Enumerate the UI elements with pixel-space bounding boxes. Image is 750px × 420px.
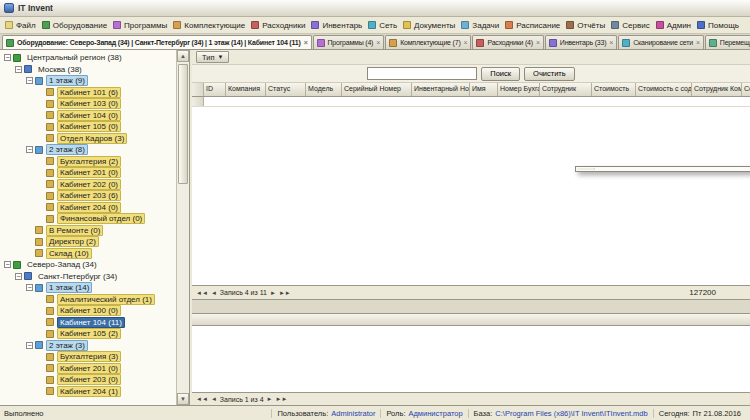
tree-item[interactable]: Кабинет 101 (6) (2, 87, 176, 99)
collapse-icon[interactable]: − (26, 342, 33, 349)
clear-button[interactable]: Очистить (524, 67, 575, 81)
tab-components[interactable]: Комплектующие (7)× (385, 35, 471, 49)
collapse-icon[interactable]: − (26, 146, 33, 153)
tree-item[interactable]: Кабинет 203 (0) (2, 374, 176, 386)
prev-record-icon[interactable]: ◄ (211, 290, 217, 296)
column-header[interactable]: Компания (226, 83, 266, 96)
collapse-icon[interactable]: − (26, 77, 33, 84)
column-header[interactable]: Стоимость с содержанием (636, 83, 692, 96)
menu-item-tasks[interactable]: Задачи (458, 20, 502, 31)
next-record-icon[interactable]: ► (267, 396, 273, 402)
column-header[interactable]: Стоимость (592, 83, 636, 96)
column-header[interactable]: Серийный Номер (342, 83, 412, 96)
tree-item[interactable]: −Москва (38) (2, 64, 176, 76)
components-icon (173, 21, 181, 29)
column-header[interactable]: Инвентарный Номер (412, 83, 470, 96)
tree-item[interactable]: Аналитический отдел (1) (2, 294, 176, 306)
menu-item-admin[interactable]: Админ (653, 20, 694, 31)
collapse-icon[interactable]: − (15, 273, 22, 280)
tree-item[interactable]: Кабинет 104 (11) (2, 317, 176, 329)
scroll-down-icon[interactable]: ▼ (177, 393, 189, 405)
tree-item[interactable]: Кабинет 204 (0) (2, 202, 176, 214)
tab-inventory[interactable]: Инвентарь (33)× (545, 35, 617, 49)
tree-item-label: 1 этаж (9) (46, 75, 88, 86)
column-header[interactable]: Имя (470, 83, 498, 96)
tab-scan[interactable]: Сканирование сети× (618, 35, 704, 49)
tree-item[interactable]: Кабинет 103 (0) (2, 98, 176, 110)
close-icon[interactable]: × (696, 40, 700, 46)
first-record-icon[interactable]: ◄◄ (196, 396, 208, 402)
close-icon[interactable]: × (609, 40, 613, 46)
tree-item[interactable]: −Северо-Запад (34) (2, 259, 176, 271)
tree-item[interactable]: Кабинет 201 (0) (2, 167, 176, 179)
menu-item-components[interactable]: Комплектующие (170, 20, 248, 31)
last-record-icon[interactable]: ►► (279, 290, 291, 296)
column-header[interactable]: Модель (306, 83, 342, 96)
close-icon[interactable]: × (464, 40, 468, 46)
tree-item[interactable]: Кабинет 201 (0) (2, 363, 176, 375)
tree-item[interactable]: Кабинет 105 (0) (2, 121, 176, 133)
column-header[interactable]: Сотрудник (540, 83, 592, 96)
collapse-icon[interactable]: − (15, 66, 22, 73)
tree-item[interactable]: −Санкт-Петербург (34) (2, 271, 176, 283)
room-icon (46, 353, 54, 361)
tree-item[interactable]: Кабинет 100 (0) (2, 305, 176, 317)
collapse-icon[interactable]: − (4, 54, 11, 61)
tab-programs[interactable]: Программы (4)× (313, 35, 385, 49)
tree-item[interactable]: Склад (10) (2, 248, 176, 260)
search-button[interactable]: Поиск (481, 67, 520, 81)
first-record-icon[interactable]: ◄◄ (196, 290, 208, 296)
close-icon[interactable]: × (304, 40, 308, 46)
tree-item[interactable]: −2 этаж (3) (2, 340, 176, 352)
menu-item-documents[interactable]: Документы (400, 20, 458, 31)
tree-item[interactable]: Директор (2) (2, 236, 176, 248)
tree-item[interactable]: Кабинет 203 (6) (2, 190, 176, 202)
menu-item-network[interactable]: Сеть (365, 20, 400, 31)
group-by-field[interactable]: Тип ▼ (196, 51, 229, 63)
column-header[interactable]: ID (204, 83, 226, 96)
tree-item[interactable]: Кабинет 204 (1) (2, 386, 176, 398)
menu-item-reports[interactable]: Отчёты (563, 20, 608, 31)
prev-record-icon[interactable]: ◄ (211, 396, 217, 402)
column-header[interactable]: Статус (266, 83, 306, 96)
tree-item[interactable]: −1 этаж (9) (2, 75, 176, 87)
menu-item-file[interactable]: Файл (2, 20, 39, 31)
tree-item[interactable]: Кабинет 104 (0) (2, 110, 176, 122)
last-record-icon[interactable]: ►► (276, 396, 288, 402)
column-header[interactable]: Номер Бухгалтерии (498, 83, 540, 96)
close-icon[interactable]: × (376, 40, 380, 46)
tab-equipment[interactable]: Оборудование: Северо-Запад (34) | Санкт-… (2, 35, 312, 49)
tree-item[interactable]: −2 этаж (8) (2, 144, 176, 156)
close-icon[interactable]: × (536, 40, 540, 46)
tree-item[interactable]: Кабинет 105 (2) (2, 328, 176, 340)
tree-item[interactable]: В Ремонте (0) (2, 225, 176, 237)
tree-scrollbar[interactable]: ▲ ▼ (176, 50, 189, 405)
menu-item-service[interactable]: Сервис (608, 20, 652, 31)
menu-item-programs[interactable]: Программы (110, 20, 170, 31)
column-header[interactable]: Сотрудник Компания (692, 83, 742, 96)
admin-icon (656, 21, 664, 29)
tab-moves[interactable]: Перемещения (8)× (705, 35, 750, 49)
tree-item[interactable]: −1 этаж (14) (2, 282, 176, 294)
tab-consumables[interactable]: Расходники (4)× (472, 35, 543, 49)
scroll-up-icon[interactable]: ▲ (177, 50, 189, 62)
collapse-icon[interactable]: − (26, 284, 33, 291)
collapse-icon[interactable]: − (4, 261, 11, 268)
tree-item[interactable]: Кабинет 202 (0) (2, 179, 176, 191)
tree-item-label: Финансовый отдел (0) (57, 213, 145, 224)
scroll-thumb[interactable] (178, 64, 188, 184)
menu-item-equipment[interactable]: Оборудование (39, 20, 110, 31)
tree-item[interactable]: Финансовый отдел (0) (2, 213, 176, 225)
today-value: Пт 21.08.2016 (693, 409, 741, 418)
search-input[interactable] (367, 67, 477, 80)
tree-item[interactable]: −Центральный регион (38) (2, 52, 176, 64)
menu-item-help[interactable]: Помощь (694, 20, 742, 31)
column-header[interactable]: Сотрудник Филиал (742, 83, 750, 96)
tree-item[interactable]: Отдел Кадров (3) (2, 133, 176, 145)
tree-item[interactable]: Бухгалтерия (3) (2, 351, 176, 363)
menu-item-inventory[interactable]: Инвентарь (308, 20, 365, 31)
menu-item-consumables[interactable]: Расходники (248, 20, 308, 31)
next-record-icon[interactable]: ► (270, 290, 276, 296)
tree-item[interactable]: Бухгалтерия (2) (2, 156, 176, 168)
menu-item-schedule[interactable]: Расписание (502, 20, 563, 31)
